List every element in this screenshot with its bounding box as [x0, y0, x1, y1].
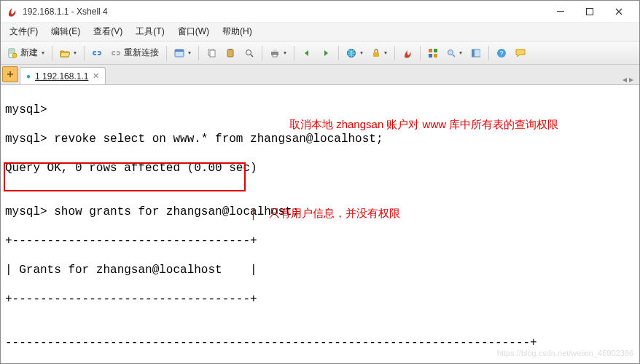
new-tab-button[interactable]	[2, 66, 18, 82]
dropdown-icon: ▾	[42, 50, 44, 56]
tab-session-1[interactable]: ● 1 192.168.1.1 ✕	[20, 67, 106, 84]
svg-point-10	[246, 50, 251, 55]
reconnect-button[interactable]: 重新连接	[107, 44, 163, 62]
properties-icon	[174, 48, 184, 58]
status-dot-icon: ●	[26, 72, 31, 80]
flame-icon	[402, 48, 413, 58]
terminal-line: mysql>	[5, 103, 635, 117]
grid-icon	[429, 49, 437, 58]
watermark: https://blog.csdn.net/weixin_46902396	[497, 346, 633, 360]
forward-button[interactable]	[317, 44, 335, 62]
new-button[interactable]: 新建 ▾	[4, 44, 48, 62]
svg-rect-7	[210, 50, 215, 57]
toolbar-separator	[420, 46, 421, 60]
svg-rect-17	[434, 49, 437, 52]
new-file-icon	[7, 48, 17, 58]
chat-icon	[515, 48, 526, 58]
language-button[interactable]: ▾	[343, 44, 367, 62]
svg-rect-12	[273, 50, 277, 52]
svg-rect-5	[175, 50, 184, 52]
toolbar-separator	[294, 46, 294, 60]
menu-view[interactable]: 查看(V)	[87, 23, 128, 41]
menu-file[interactable]: 文件(F)	[4, 23, 44, 41]
layout-icon	[472, 49, 480, 58]
toolbar-separator	[394, 46, 395, 60]
app-icon	[7, 6, 18, 17]
menubar: 文件(F) 编辑(E) 查看(V) 工具(T) 窗口(W) 帮助(H)	[1, 23, 639, 41]
svg-point-3	[12, 53, 17, 58]
connect-button[interactable]	[88, 44, 106, 62]
arrow-right-icon	[321, 49, 330, 58]
annotation-text: 只有用户信息，并没有权限	[269, 206, 400, 221]
toolbar-separator	[166, 46, 167, 60]
dropdown-icon: ▾	[284, 50, 286, 56]
terminal-line: mysql> revoke select on www.* from zhang…	[5, 132, 635, 146]
annotation-box	[4, 162, 246, 191]
svg-rect-18	[429, 54, 432, 58]
new-label: 新建	[20, 47, 38, 59]
maximize-button[interactable]	[575, 1, 604, 22]
paste-button[interactable]	[222, 44, 239, 62]
zoom-button[interactable]: ▾	[443, 44, 466, 62]
reconnect-label: 重新连接	[124, 47, 159, 59]
copy-button[interactable]	[203, 44, 220, 62]
menu-tools[interactable]: 工具(T)	[130, 23, 170, 41]
svg-rect-1	[587, 8, 593, 15]
grid-button[interactable]	[424, 44, 442, 62]
folder-open-icon	[60, 48, 70, 58]
open-button[interactable]: ▾	[56, 44, 80, 62]
copy-icon	[207, 49, 216, 58]
dropdown-icon: ▾	[188, 50, 191, 56]
toolbar-separator	[262, 46, 262, 60]
chat-button[interactable]	[512, 44, 529, 62]
layout-button[interactable]	[467, 44, 485, 62]
reconnect-icon	[111, 48, 121, 58]
svg-rect-19	[434, 54, 437, 58]
svg-rect-8	[227, 50, 233, 57]
arrow-left-icon	[303, 49, 311, 58]
printer-icon	[270, 48, 280, 58]
menu-window[interactable]: 窗口(W)	[172, 23, 215, 41]
toolbar-separator	[338, 46, 339, 60]
svg-rect-0	[557, 11, 564, 12]
link-icon	[92, 48, 102, 58]
minimize-button[interactable]	[546, 1, 575, 22]
magnifier-icon	[447, 49, 456, 58]
svg-rect-16	[429, 49, 432, 52]
window-titlebar: 192.168.1.1 - Xshell 4	[1, 1, 639, 23]
properties-button[interactable]: ▾	[171, 44, 195, 62]
dropdown-icon: ▾	[459, 50, 462, 56]
search-icon	[245, 49, 254, 58]
dropdown-icon: ▾	[360, 50, 363, 56]
toolbar-separator	[84, 46, 85, 60]
print-button[interactable]: ▾	[266, 44, 290, 62]
svg-text:?: ?	[499, 50, 503, 57]
globe-icon	[346, 48, 356, 58]
paste-icon	[226, 49, 235, 58]
help-button[interactable]: ?	[493, 44, 510, 62]
terminal-output[interactable]: mysql> mysql> revoke select on www.* fro…	[1, 85, 639, 363]
menu-edit[interactable]: 编辑(E)	[45, 23, 86, 41]
menu-help[interactable]: 帮助(H)	[216, 23, 258, 41]
window-title: 192.168.1.1 - Xshell 4	[23, 7, 546, 17]
svg-point-20	[448, 50, 453, 55]
xshell-button[interactable]	[399, 44, 416, 62]
window-controls	[546, 1, 633, 22]
terminal-line: +----------------------------------+	[5, 234, 635, 248]
find-button[interactable]	[241, 44, 258, 62]
svg-rect-9	[229, 49, 232, 50]
annotation-pipe: |	[250, 206, 257, 221]
toolbar-separator	[52, 46, 52, 60]
help-icon: ?	[496, 48, 507, 58]
tab-strip: ● 1 192.168.1.1 ✕ ◂ ▸	[1, 65, 639, 85]
dropdown-icon: ▾	[384, 50, 387, 56]
lock-button[interactable]: ▾	[368, 44, 391, 62]
tab-close-icon[interactable]: ✕	[93, 71, 99, 81]
toolbar: 新建 ▾ ▾ 重新连接 ▾ ▾ ▾ ▾	[1, 41, 639, 65]
svg-rect-15	[373, 52, 379, 57]
close-button[interactable]	[604, 1, 633, 22]
tab-overflow-button[interactable]: ◂ ▸	[617, 74, 639, 84]
terminal-line: | Grants for zhangsan@localhost |	[5, 263, 635, 277]
back-button[interactable]	[298, 44, 316, 62]
annotation-text: 取消本地 zhangsan 账户对 www 库中所有表的查询权限	[289, 117, 558, 132]
